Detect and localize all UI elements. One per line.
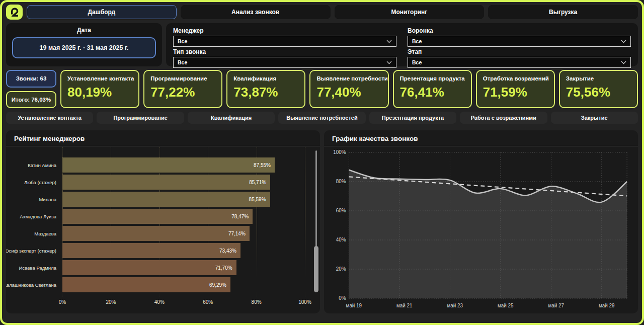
bar-x-tick-label: 40% <box>154 299 165 305</box>
bar-row: 69,29% <box>62 276 305 293</box>
x-tick-label: май 25 <box>498 303 514 308</box>
y-tick-label: 100% <box>333 149 346 155</box>
funnel-select-value: Все <box>412 38 422 44</box>
bar-category-label: Люба (стажер) <box>6 174 60 191</box>
area-chart-svg: 0%20%40%60%80%100%май 19май 21май 23май … <box>329 147 633 311</box>
bar-row: 85,59% <box>62 191 305 208</box>
kpi-card-programming: Программирование 77,22% <box>143 70 222 108</box>
date-filter-label: Дата <box>12 27 156 34</box>
bar-category-label: Милана <box>6 191 60 208</box>
bar-7[interactable]: 71,70% <box>62 260 236 275</box>
bar-value-label: 85,59% <box>249 197 266 202</box>
kpi-title: Программирование <box>150 75 215 82</box>
bar-chart-scrollbar[interactable] <box>314 150 318 292</box>
bar-row: 77,14% <box>62 225 305 242</box>
kpi-title: Квалификация <box>233 75 298 82</box>
bar-value-label: 77,14% <box>228 231 246 236</box>
scrollbar-thumb[interactable] <box>314 246 318 292</box>
bar-category-label: Юсиф эксперт (стажер) <box>6 242 60 259</box>
calls-count-card: Звонки: 63 <box>6 70 56 88</box>
call-quality-title: График качества звонков <box>324 130 638 146</box>
kpi-value: 77,22% <box>150 85 215 100</box>
kpi-value: 71,59% <box>483 85 548 100</box>
stage-button-closing[interactable]: Закрытие <box>551 112 638 124</box>
chevron-down-icon <box>386 61 392 64</box>
tab-dashboard[interactable]: Дашборд <box>27 5 177 19</box>
tab-export[interactable]: Выгрузка <box>488 5 638 19</box>
bar-1[interactable]: 87,55% <box>62 157 275 173</box>
date-range-picker[interactable]: 19 мая 2025 г. - 31 мая 2025 г. <box>12 37 156 58</box>
bar-4[interactable]: 78,47% <box>62 209 253 224</box>
kpi-section: Звонки: 63 Итого: 76,03% Установление ко… <box>6 70 638 108</box>
bar-value-label: 85,71% <box>249 180 266 185</box>
call-type-select[interactable]: Все <box>173 57 396 68</box>
kpi-title: Закрытие <box>566 75 631 82</box>
kpi-card-qualification: Квалификация 73,87% <box>226 70 305 108</box>
bar-8[interactable]: 69,29% <box>62 277 230 292</box>
manager-select[interactable]: Все <box>173 36 396 47</box>
bar-x-axis: 0%20%40%60%80%100% <box>62 299 305 306</box>
total-score-card: Итого: 76,03% <box>6 91 56 109</box>
bar-value-label: 69,29% <box>209 282 226 288</box>
stage-buttons-row: Установление контакта Программирование К… <box>6 112 638 124</box>
kpi-title: Установление контакта <box>67 75 132 82</box>
slicer-panel: Менеджер Все Воронка Все Тип звонка Все … <box>166 23 638 66</box>
stage-button-objections[interactable]: Работа с возражениями <box>460 112 547 124</box>
x-tick-label: май 19 <box>346 303 362 308</box>
stage-select[interactable]: Все <box>408 57 631 68</box>
x-tick-label: май 23 <box>447 303 463 308</box>
app-logo-icon <box>6 5 23 20</box>
bar-value-label: 87,55% <box>254 162 271 168</box>
stage-button-contact[interactable]: Установление контакта <box>6 112 93 124</box>
stage-button-programming[interactable]: Программирование <box>97 112 184 124</box>
quality-area-fill <box>349 170 627 298</box>
kpi-title: Выявление потребности <box>316 75 381 82</box>
x-tick-label: май 27 <box>548 303 565 308</box>
call-type-select-value: Все <box>178 59 187 65</box>
y-tick-label: 20% <box>336 266 346 272</box>
kpi-value: 80,19% <box>67 85 132 100</box>
bar-3[interactable]: 85,59% <box>62 192 270 207</box>
bar-row: 85,71% <box>62 174 305 191</box>
kpi-value: 77,40% <box>316 85 381 100</box>
y-tick-label: 80% <box>336 179 346 184</box>
bar-category-label: Ахмадова Луиза <box>6 208 60 225</box>
bar-category-label: Калашникова Светлана <box>6 276 60 293</box>
area-plot-area: 0%20%40%60%80%100%май 19май 21май 23май … <box>329 147 633 311</box>
bar-6[interactable]: 73,43% <box>62 243 240 258</box>
bar-2[interactable]: 85,71% <box>62 175 270 190</box>
kpi-card-presentation: Презентация продукта 76,41% <box>393 70 472 108</box>
bar-category-labels: Катин АминаЛюба (стажер)МиланаАхмадова Л… <box>6 156 60 293</box>
bar-x-tick-label: 20% <box>106 299 116 305</box>
kpi-title: Презентация продукта <box>400 75 465 82</box>
filters-section: Дата 19 мая 2025 г. - 31 мая 2025 г. Мен… <box>6 23 638 66</box>
bar-x-tick-label: 0% <box>59 299 66 305</box>
tab-monitoring[interactable]: Мониторинг <box>335 5 485 19</box>
chevron-down-icon <box>621 61 626 64</box>
y-tick-label: 60% <box>336 208 346 213</box>
bar-value-label: 73,43% <box>219 248 236 254</box>
bar-x-tick-label: 100% <box>298 299 311 305</box>
kpi-card-objections: Отработка возражений 71,59% <box>476 70 555 108</box>
bar-row: 78,47% <box>62 208 305 225</box>
tab-call-analysis[interactable]: Анализ звонков <box>181 5 331 19</box>
date-filter-panel: Дата 19 мая 2025 г. - 31 мая 2025 г. <box>6 23 162 66</box>
chevron-down-icon <box>386 40 392 43</box>
header: Дашборд Анализ звонков Мониторинг Выгруз… <box>6 5 638 19</box>
bar-5[interactable]: 77,14% <box>62 226 250 241</box>
stage-button-qualification[interactable]: Квалификация <box>188 112 275 124</box>
x-tick-label: май 21 <box>396 303 413 308</box>
bar-row: 71,70% <box>62 259 305 276</box>
stage-button-needs[interactable]: Выявление потребностей <box>278 112 365 124</box>
bar-category-label: Исаева Радмила <box>6 259 60 276</box>
kpi-card-needs: Выявление потребности 77,40% <box>309 70 388 108</box>
funnel-select[interactable]: Все <box>408 36 631 47</box>
bar-gridline <box>305 147 305 296</box>
stage-button-presentation[interactable]: Презентация продукта <box>369 112 456 124</box>
kpi-value: 73,87% <box>233 85 298 100</box>
bar-plot-area: 87,55%85,71%85,59%78,47%77,14%73,43%71,7… <box>62 156 305 290</box>
bar-x-tick-label: 60% <box>203 299 213 305</box>
tab-bar: Дашборд Анализ звонков Мониторинг Выгруз… <box>27 5 638 19</box>
stage-select-value: Все <box>412 59 422 65</box>
bar-category-label: Маздаева <box>6 225 60 242</box>
